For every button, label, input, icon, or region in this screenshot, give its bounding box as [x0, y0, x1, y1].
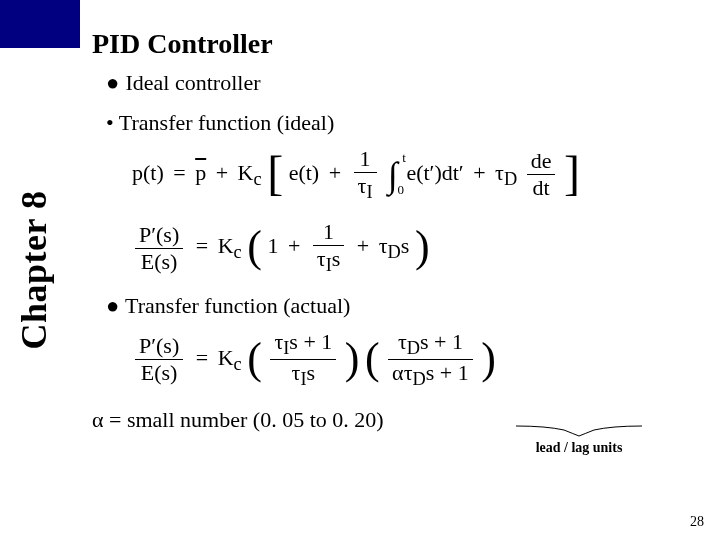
eq2-plus2: + [357, 233, 369, 258]
left-bracket-icon: [ [267, 151, 283, 194]
eq2-lhs-frac: P′(s) E(s) [135, 222, 183, 275]
eq3-Kc: K [218, 345, 234, 370]
eq3-tauD1: τ [398, 329, 407, 354]
slide: Chapter 8 PID Controller ● Ideal control… [0, 0, 720, 540]
equation-tf-ideal: P′(s) E(s) = Kc ( 1 + 1 τIs + τDs ) [132, 219, 704, 276]
eq-Kc: K [238, 160, 254, 185]
eq2-Kc-sub: c [234, 243, 242, 263]
left-paren-icon: ( [247, 228, 262, 265]
right-paren-icon: ) [415, 228, 430, 265]
eq3-frac2-num: τDs + 1 [388, 329, 473, 360]
eq3-frac1: τIs + 1 τIs [270, 329, 336, 391]
eq3-sp3: s + 1 [426, 360, 469, 385]
eq2-num: P′(s) [135, 222, 183, 249]
right-paren2-icon: ) [345, 340, 360, 377]
left-paren3-icon: ( [365, 340, 380, 377]
chapter-label: Chapter 8 [6, 160, 62, 380]
eq-sub-D: D [504, 169, 517, 189]
eq-sub-I: I [366, 182, 372, 202]
bullet-transfer-actual: ● Transfer function (actual) [106, 293, 704, 319]
eq2-sub-D: D [388, 243, 401, 263]
eq-plus3: + [473, 160, 485, 185]
eq2-tauD: τ [379, 233, 388, 258]
eq-plus2: + [329, 160, 341, 185]
eq2-equals: = [196, 233, 208, 258]
eq2-frac-num: 1 [313, 219, 345, 246]
lead-lag-text: lead / lag units [514, 440, 644, 456]
left-paren2-icon: ( [247, 340, 262, 377]
equation-tf-actual: P′(s) E(s) = Kc ( τIs + 1 τIs ) ( τDs + … [132, 329, 704, 391]
eq-tauD: τ [495, 160, 504, 185]
eq2-one: 1 [267, 233, 278, 258]
eq-lhs: p(t) [132, 160, 164, 185]
eq2-s2: s [401, 233, 410, 258]
eq-integrand: e(t′)dt′ [406, 160, 463, 185]
brace-icon [514, 424, 644, 438]
bullet-dot-icon: ● [106, 70, 120, 96]
bullet-ideal: ● Ideal controller [106, 70, 704, 96]
eq2-s: s [332, 246, 341, 271]
eq3-sp2: s + 1 [420, 329, 463, 354]
page-number: 28 [690, 514, 704, 530]
bullet-transfer-ideal: • Transfer function (ideal) [106, 110, 704, 136]
eq3-Kc-sub: c [234, 354, 242, 374]
equation-time-domain: p(t) = p + Kc [ e(t) + 1 τI ∫ t 0 e(t′)d… [132, 146, 704, 203]
eq-frac-de-dt: de dt [527, 148, 556, 201]
eq-Kc-sub: c [254, 169, 262, 189]
right-bracket-icon: ] [564, 151, 580, 194]
eq3-sp1: s + 1 [289, 329, 332, 354]
eq-num-1: 1 [354, 146, 377, 173]
eq-pbar: p [195, 160, 206, 185]
right-paren3-icon: ) [481, 340, 496, 377]
eq2-Kc: K [218, 233, 234, 258]
eq3-frac2: τDs + 1 ατDs + 1 [388, 329, 473, 391]
bullet-ideal-text: Ideal controller [126, 70, 261, 95]
eq2-frac-tauIs: 1 τIs [313, 219, 345, 276]
eq-plus: + [216, 160, 228, 185]
bullet-dot-icon: ● [106, 293, 120, 319]
eq3-tau1: τ [274, 329, 283, 354]
eq-frac-1-tauI: 1 τI [354, 146, 377, 203]
eq-et: e(t) [289, 160, 320, 185]
eq-int-lower: 0 [397, 182, 404, 198]
eq-int-upper: t [402, 150, 406, 166]
eq2-plus: + [288, 233, 300, 258]
chapter-text: Chapter 8 [13, 191, 55, 350]
bullet-transfer-ideal-text: Transfer function (ideal) [119, 110, 334, 135]
eq2-den: E(s) [135, 249, 183, 275]
integral-icon: ∫ t 0 [388, 154, 398, 196]
eq3-frac1-den: τIs [270, 360, 336, 390]
eq-equals: = [173, 160, 185, 185]
eq2-tau: τ [317, 246, 326, 271]
eq3-atau: ατ [392, 360, 412, 385]
eq3-sub-D2: D [412, 370, 425, 390]
bullet-transfer-actual-text: Transfer function (actual) [125, 293, 350, 318]
eq3-s: s [307, 360, 316, 385]
bullet-dot-icon: • [106, 110, 114, 135]
corner-accent [0, 0, 80, 48]
eq3-frac1-num: τIs + 1 [270, 329, 336, 360]
eq3-lhs-frac: P′(s) E(s) [135, 333, 183, 386]
lead-lag-annotation: lead / lag units [514, 424, 644, 456]
eq-dt: dt [527, 175, 556, 201]
eq3-frac2-den: ατDs + 1 [388, 360, 473, 390]
eq-de: de [527, 148, 556, 175]
eq-den-tauI: τI [354, 173, 377, 203]
eq2-frac-den: τIs [313, 246, 345, 276]
eq3-num: P′(s) [135, 333, 183, 360]
page-title: PID Controller [92, 28, 704, 60]
eq3-den: E(s) [135, 360, 183, 386]
eq3-equals: = [196, 345, 208, 370]
eq3-sub-D1: D [407, 338, 420, 358]
